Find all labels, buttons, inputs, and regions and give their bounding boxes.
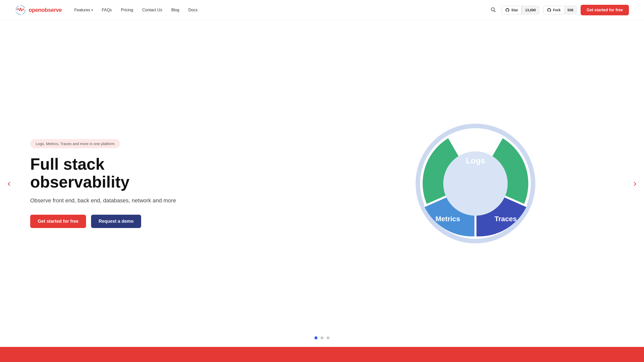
logo-icon <box>15 5 26 16</box>
github-icon <box>505 8 510 12</box>
nav-links: Features ▾ FAQs Pricing Contact Us Blog … <box>74 8 197 12</box>
star-label: Star <box>511 8 518 12</box>
github-star-section[interactable]: Star <box>502 6 522 14</box>
carousel-dots <box>314 336 330 339</box>
star-count: 13,690 <box>522 6 539 14</box>
features-arrow-icon: ▾ <box>91 8 93 12</box>
blog-link[interactable]: Blog <box>171 8 179 12</box>
github-icon-fork <box>547 8 551 12</box>
hero-buttons: Get started for free Request a demo <box>30 215 176 228</box>
carousel-prev-button[interactable]: ‹ <box>5 176 13 191</box>
hero-right: Logs Metrics Traces <box>327 121 624 246</box>
logs-label: Logs <box>466 156 485 165</box>
hero-demo-button[interactable]: Request a demo <box>91 215 141 228</box>
donut-svg: Logs Metrics Traces <box>413 121 538 246</box>
navbar-right: Star 13,690 Fork 508 Get started for fre… <box>489 5 629 15</box>
docs-link[interactable]: Docs <box>188 8 197 12</box>
github-star-btn[interactable]: Star 13,690 <box>501 6 539 14</box>
github-fork-section[interactable]: Fork <box>543 6 564 14</box>
logo-observe: observe <box>42 7 62 13</box>
github-fork-btn[interactable]: Fork 508 <box>543 6 577 14</box>
svg-line-3 <box>494 11 495 12</box>
nav-item-blog[interactable]: Blog <box>171 8 179 12</box>
carousel-next-button[interactable]: › <box>631 176 639 191</box>
hero-left: Logs, Metrics, Traces and more in one pl… <box>30 139 176 228</box>
dot-1[interactable] <box>314 336 317 339</box>
nav-get-started-button[interactable]: Get started for free <box>581 5 629 15</box>
search-button[interactable] <box>489 5 497 15</box>
metrics-label: Metrics <box>435 215 460 223</box>
nav-item-docs[interactable]: Docs <box>188 8 197 12</box>
navbar-left: openobserve Features ▾ FAQs Pricing Cont… <box>15 5 197 16</box>
hero-title: Full stack observability <box>30 155 176 191</box>
logo-text: openobserve <box>29 7 62 13</box>
nav-item-pricing[interactable]: Pricing <box>121 8 133 12</box>
pricing-link[interactable]: Pricing <box>121 8 133 12</box>
search-icon <box>490 7 496 12</box>
fork-count: 508 <box>564 6 576 14</box>
features-link[interactable]: Features ▾ <box>74 8 93 12</box>
contact-link[interactable]: Contact Us <box>142 8 162 12</box>
dot-3[interactable] <box>327 336 330 339</box>
donut-chart: Logs Metrics Traces <box>413 121 538 246</box>
logo-link[interactable]: openobserve <box>15 5 62 16</box>
hero-section: ‹ Logs, Metrics, Traces and more in one … <box>0 20 644 347</box>
logo-open: open <box>29 7 42 13</box>
traces-label: Traces <box>495 215 517 223</box>
navbar: openobserve Features ▾ FAQs Pricing Cont… <box>0 0 644 20</box>
dot-2[interactable] <box>320 336 324 339</box>
hero-badge: Logs, Metrics, Traces and more in one pl… <box>30 139 120 148</box>
fork-label: Fork <box>553 8 560 12</box>
footer-bar <box>0 347 644 362</box>
nav-item-faqs[interactable]: FAQs <box>102 8 112 12</box>
hero-get-started-button[interactable]: Get started for free <box>30 215 86 228</box>
hero-subtitle: Observe front end, back end, databases, … <box>30 196 176 205</box>
nav-item-features[interactable]: Features ▾ <box>74 8 93 12</box>
nav-item-contact[interactable]: Contact Us <box>142 8 162 12</box>
faqs-link[interactable]: FAQs <box>102 8 112 12</box>
features-label: Features <box>74 8 90 12</box>
